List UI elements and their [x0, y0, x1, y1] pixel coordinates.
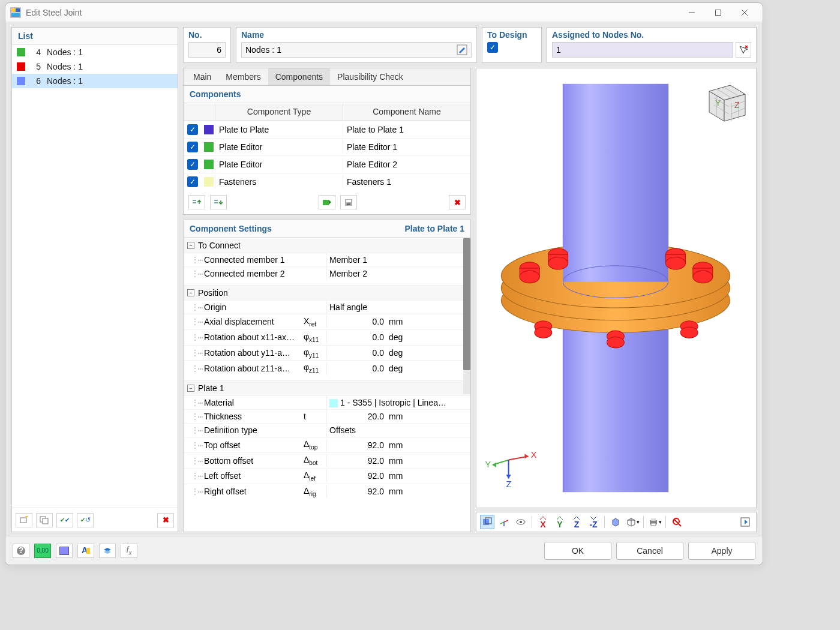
setting-value[interactable]: Half angle	[326, 301, 470, 314]
component-checkbox[interactable]: ✓	[187, 124, 198, 135]
library-button[interactable]	[319, 195, 335, 209]
svg-rect-2	[16, 8, 20, 12]
component-row[interactable]: ✓ Plate Editor Plate Editor 2	[184, 155, 470, 173]
settings-row[interactable]: ⋮⋯ Connected member 1 Member 1	[184, 253, 470, 266]
settings-row[interactable]: ⋮⋯ Rotation about z11-a… φz11 0.0 deg	[184, 360, 470, 376]
settings-group-header[interactable]: −To Connect	[184, 238, 470, 253]
units-button[interactable]: 0,00	[34, 544, 51, 558]
setting-value[interactable]: 92.0	[326, 439, 386, 452]
view-x-axis-button[interactable]: X	[536, 515, 550, 529]
expand-view-button[interactable]	[738, 515, 752, 529]
no-input[interactable]: 6	[188, 42, 226, 58]
new-item-button[interactable]	[16, 513, 32, 527]
move-up-button[interactable]	[188, 195, 205, 209]
tab-main[interactable]: Main	[186, 68, 218, 85]
setting-value[interactable]: 0.0	[326, 346, 386, 359]
text-options-button[interactable]: A	[77, 544, 94, 558]
setting-value[interactable]: Offsets	[326, 424, 470, 437]
component-type: Plate to Plate	[215, 123, 343, 136]
save-component-button[interactable]	[340, 195, 357, 209]
list-item[interactable]: 4 Nodes : 1	[12, 45, 178, 59]
layers-button[interactable]	[99, 544, 116, 558]
collapse-icon[interactable]: −	[187, 289, 194, 296]
move-down-button[interactable]	[210, 195, 227, 209]
edit-icon[interactable]	[457, 44, 467, 55]
setting-value[interactable]: 92.0	[326, 454, 386, 467]
svg-line-86	[679, 524, 681, 526]
settings-row[interactable]: ⋮⋯ Axial displacement Xref 0.0 mm	[184, 314, 470, 329]
setting-value[interactable]: 92.0	[326, 469, 386, 482]
settings-row[interactable]: ⋮⋯ Top offset Δtop 92.0 mm	[184, 437, 470, 452]
settings-row[interactable]: ⋮⋯ Rotation about y11-a… φy11 0.0 deg	[184, 345, 470, 361]
svg-line-74	[500, 522, 504, 524]
check-all-button[interactable]: ✔✔	[56, 513, 73, 527]
component-row[interactable]: ✓ Plate to Plate Plate to Plate 1	[184, 121, 470, 138]
setting-value[interactable]: 92.0	[326, 485, 386, 498]
cancel-button[interactable]: Cancel	[616, 542, 683, 560]
setting-value[interactable]: 20.0	[326, 410, 386, 423]
list-item[interactable]: 6 Nodes : 1	[12, 74, 178, 88]
view-model-button[interactable]	[480, 515, 494, 529]
close-button[interactable]	[731, 4, 758, 22]
3d-viewport[interactable]: Y Z	[476, 68, 757, 508]
component-checkbox[interactable]: ✓	[187, 176, 198, 187]
view-z-axis-button[interactable]: Z	[569, 515, 584, 529]
settings-row[interactable]: ⋮⋯ Left offset Δlef 92.0 mm	[184, 468, 470, 484]
name-input[interactable]: Nodes : 1	[241, 42, 472, 58]
setting-value[interactable]: 0.0	[326, 315, 386, 328]
component-checkbox[interactable]: ✓	[187, 142, 198, 152]
view-iso-button[interactable]	[608, 515, 623, 529]
maximize-button[interactable]	[705, 4, 731, 22]
help-button[interactable]: ?	[13, 544, 29, 558]
delete-component-button[interactable]: ✖	[449, 195, 466, 209]
color-button[interactable]	[56, 544, 73, 558]
tab-members[interactable]: Members	[218, 68, 268, 85]
pick-node-button[interactable]	[736, 42, 751, 58]
settings-row[interactable]: ⋮⋯ Material 1 - S355 | Isotropic | Linea…	[184, 395, 470, 409]
settings-row[interactable]: ⋮⋯ Thickness t 20.0 mm	[184, 409, 470, 423]
setting-value[interactable]: Member 1	[326, 253, 470, 266]
component-row[interactable]: ✓ Fasteners Fasteners 1	[184, 173, 470, 190]
formula-button[interactable]: fx	[121, 544, 137, 558]
setting-value[interactable]: 0.0	[326, 362, 386, 375]
collapse-icon[interactable]: −	[187, 385, 194, 392]
setting-value[interactable]: Member 2	[326, 267, 470, 280]
component-checkbox[interactable]: ✓	[187, 159, 198, 170]
view-show-button[interactable]	[514, 515, 528, 529]
print-button[interactable]: ▾	[647, 515, 662, 529]
component-row[interactable]: ✓ Plate Editor Plate Editor 1	[184, 138, 470, 155]
tab-components[interactable]: Components	[268, 68, 330, 85]
settings-scrollbar[interactable]	[463, 238, 470, 394]
view-perspective-button[interactable]: ▾	[625, 515, 640, 529]
svg-point-49	[548, 257, 568, 269]
minimize-button[interactable]	[679, 4, 705, 22]
view-y-axis-button[interactable]: Y	[553, 515, 567, 529]
copy-item-button[interactable]	[36, 513, 53, 527]
setting-value[interactable]: 1 - S355 | Isotropic | Linea…	[326, 396, 470, 409]
settings-row[interactable]: ⋮⋯ Bottom offset Δbot 92.0 mm	[184, 452, 470, 468]
svg-point-77	[520, 521, 522, 523]
view-neg-z-button[interactable]: -Z	[586, 515, 601, 529]
settings-row[interactable]: ⋮⋯ Definition type Offsets	[184, 423, 470, 437]
apply-button[interactable]: Apply	[688, 542, 755, 560]
check-toggle-button[interactable]: ✔↺	[77, 513, 94, 527]
delete-item-button[interactable]: ✖	[157, 513, 174, 527]
to-design-checkbox[interactable]: ✓	[487, 42, 498, 53]
settings-row[interactable]: ⋮⋯ Right offset Δrig 92.0 mm	[184, 484, 470, 499]
to-design-label: To Design	[487, 30, 527, 40]
settings-row[interactable]: ⋮⋯ Rotation about x11-ax… φx11 0.0 deg	[184, 329, 470, 345]
svg-rect-18	[323, 200, 329, 205]
tab-plausibility-check[interactable]: Plausibility Check	[330, 68, 410, 85]
name-field: Name Nodes : 1	[236, 27, 477, 63]
settings-group-header[interactable]: −Plate 1	[184, 380, 470, 395]
settings-group-header[interactable]: −Position	[184, 285, 470, 300]
collapse-icon[interactable]: −	[187, 242, 194, 249]
settings-row[interactable]: ⋮⋯ Origin Half angle	[184, 300, 470, 314]
ok-button[interactable]: OK	[544, 542, 611, 560]
reset-view-button[interactable]	[670, 515, 684, 529]
setting-value[interactable]: 0.0	[326, 331, 386, 344]
settings-row[interactable]: ⋮⋯ Connected member 2 Member 2	[184, 266, 470, 280]
assigned-nodes-input[interactable]: 1	[552, 42, 733, 58]
list-item[interactable]: 5 Nodes : 1	[12, 59, 178, 74]
view-axes-button[interactable]	[497, 515, 511, 529]
